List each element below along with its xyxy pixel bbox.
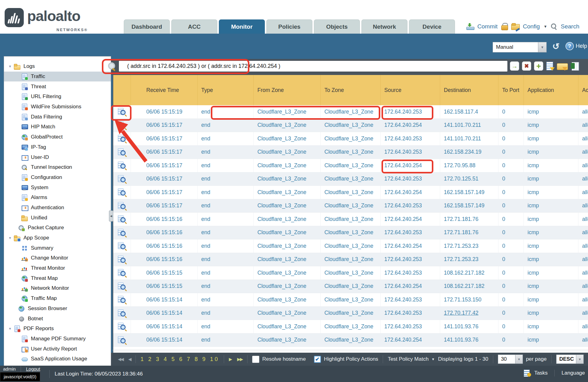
cell-destination[interactable]: 172.71.253.23 <box>440 253 498 266</box>
cell-source[interactable]: 172.64.240.253 <box>381 146 440 159</box>
cell-action[interactable]: allow <box>578 119 588 132</box>
cell-to-zone[interactable]: Cloudflare_L3_Zone <box>321 159 381 172</box>
log-detail-icon[interactable] <box>118 323 126 330</box>
language-button[interactable]: Language <box>561 370 585 376</box>
cell-receive-time[interactable]: 06/06 15:15:14 <box>131 320 198 333</box>
cell-action[interactable]: allow <box>578 159 588 172</box>
cell-to-zone[interactable]: Cloudflare_L3_Zone <box>321 213 381 226</box>
log-row[interactable]: 06/06 15:15:16endCloudflare_L3_ZoneCloud… <box>113 253 588 267</box>
sidebar-item-packet-capture[interactable]: Packet Capture <box>4 223 111 233</box>
add-filter-button[interactable]: + <box>534 61 543 71</box>
cell-application[interactable]: icmp <box>524 293 578 306</box>
sidebar-item-url-filtering[interactable]: URL Filtering <box>4 92 111 102</box>
log-row[interactable]: 06/06 15:15:17endCloudflare_L3_ZoneCloud… <box>113 199 588 213</box>
cell-application[interactable]: icmp <box>524 159 578 172</box>
cell-application[interactable]: icmp <box>524 213 578 226</box>
cell-to-zone[interactable]: Cloudflare_L3_Zone <box>321 132 381 145</box>
column-header-source[interactable]: Source <box>381 75 440 105</box>
cell-application[interactable]: icmp <box>524 307 578 320</box>
column-header-destination[interactable]: Destination <box>440 75 498 105</box>
cell-action[interactable]: allow <box>578 213 588 226</box>
column-header-to-port[interactable]: To Port <box>498 75 524 105</box>
cell-receive-time[interactable]: 06/06 15:15:17 <box>131 146 198 159</box>
cell-to-port[interactable]: 0 <box>498 320 524 333</box>
sidebar-item-summary[interactable]: Summary <box>4 243 111 253</box>
log-detail-icon[interactable] <box>118 229 126 236</box>
log-row[interactable]: 06/06 15:15:15endCloudflare_L3_ZoneCloud… <box>113 266 588 280</box>
log-detail-icon[interactable] <box>118 256 126 263</box>
logout-link[interactable]: Logout <box>26 366 40 372</box>
log-row[interactable]: 06/06 15:15:14endCloudflare_L3_ZoneCloud… <box>113 320 588 334</box>
cell-receive-time[interactable]: 06/06 15:15:17 <box>131 186 198 199</box>
sort-order-arrow-icon[interactable]: ▼ <box>576 355 584 364</box>
test-policy-match-button[interactable]: Test Policy Match ▼ <box>388 356 435 362</box>
cell-application[interactable]: icmp <box>524 334 578 347</box>
cell-action[interactable]: allow <box>578 320 588 333</box>
cell-destination[interactable]: 172.71.181.76 <box>440 213 498 226</box>
cell-from-zone[interactable]: Cloudflare_L3_Zone <box>254 253 321 266</box>
cell-destination[interactable]: 172.70.177.42 <box>440 307 498 320</box>
expander-icon[interactable]: ▼ <box>8 327 14 330</box>
cell-to-zone[interactable]: Cloudflare_L3_Zone <box>321 199 381 213</box>
log-detail-icon[interactable] <box>118 336 126 344</box>
cell-from-zone[interactable]: Cloudflare_L3_Zone <box>254 320 321 333</box>
cell-receive-time[interactable]: 06/06 15:15:16 <box>131 213 198 226</box>
per-page-arrow-icon[interactable]: ▼ <box>515 355 523 364</box>
cell-application[interactable]: icmp <box>524 186 578 199</box>
cell-source[interactable]: 172.64.240.254 <box>381 213 440 226</box>
cell-source[interactable]: 172.64.240.254 <box>381 119 440 132</box>
sidebar-item-authentication[interactable]: Authentication <box>4 203 111 213</box>
sidebar-item-threat-map[interactable]: Threat Map <box>4 273 111 283</box>
cell-to-port[interactable]: 0 <box>498 293 524 306</box>
log-detail-icon[interactable] <box>118 122 126 129</box>
log-detail-icon[interactable] <box>118 296 126 303</box>
expander-icon[interactable]: ▼ <box>8 236 14 240</box>
cell-application[interactable]: icmp <box>524 239 578 253</box>
cell-from-zone[interactable]: Cloudflare_L3_Zone <box>254 199 321 213</box>
log-detail-icon[interactable] <box>118 108 126 115</box>
log-row[interactable]: 06/06 15:15:16endCloudflare_L3_ZoneCloud… <box>113 226 588 240</box>
cell-to-port[interactable]: 0 <box>498 119 524 132</box>
expander-icon[interactable]: ▼ <box>8 64 14 68</box>
log-row[interactable]: 06/06 15:15:14endCloudflare_L3_ZoneCloud… <box>113 307 588 320</box>
cell-type[interactable]: end <box>198 105 254 118</box>
cell-destination[interactable]: 162.158.157.149 <box>440 186 498 199</box>
cell-type[interactable]: end <box>198 172 254 186</box>
first-page-icon[interactable]: ◀◀ <box>118 357 123 362</box>
sidebar-item-globalprotect[interactable]: GlobalProtect <box>4 132 111 142</box>
column-header-receive-time[interactable]: Receive Time <box>131 75 198 105</box>
cell-to-zone[interactable]: Cloudflare_L3_Zone <box>321 266 381 280</box>
sidebar-item-user-activity-report[interactable]: User Activity Report <box>4 344 111 354</box>
cell-destination[interactable]: 162.158.234.19 <box>440 146 498 159</box>
cell-receive-time[interactable]: 06/06 15:15:15 <box>131 266 198 280</box>
cell-application[interactable]: icmp <box>524 172 578 186</box>
cell-receive-time[interactable]: 06/06 15:15:16 <box>131 226 198 239</box>
cell-receive-time[interactable]: 06/06 15:15:14 <box>131 307 198 320</box>
log-row[interactable]: 06/06 15:15:14endCloudflare_L3_ZoneCloud… <box>113 334 588 347</box>
sidebar-item-network-monitor[interactable]: Network Monitor <box>4 283 111 293</box>
cell-to-port[interactable]: 0 <box>498 213 524 226</box>
log-row[interactable]: 06/06 15:15:16endCloudflare_L3_ZoneCloud… <box>113 239 588 253</box>
cell-action[interactable]: allow <box>578 293 588 306</box>
sidebar-item-pdf-reports[interactable]: ▼PDF Reports <box>4 324 111 334</box>
cell-type[interactable]: end <box>198 253 254 266</box>
cell-source[interactable]: 172.64.240.253 <box>381 132 440 145</box>
cell-type[interactable]: end <box>198 132 254 145</box>
cell-application[interactable]: icmp <box>524 253 578 266</box>
log-row[interactable]: 06/06 15:15:17endCloudflare_L3_ZoneCloud… <box>113 132 588 146</box>
cell-from-zone[interactable]: Cloudflare_L3_Zone <box>254 280 321 293</box>
per-page-select[interactable]: 30 ▼ <box>498 355 523 364</box>
cell-action[interactable]: allow <box>578 239 588 253</box>
collapse-sidebar-handle[interactable]: ◀ <box>109 210 113 222</box>
refresh-mode-select[interactable]: Manual ▼ <box>493 42 547 52</box>
cell-destination[interactable]: 172.70.125.51 <box>440 172 498 186</box>
lock-icon[interactable] <box>501 23 507 30</box>
cell-type[interactable]: end <box>198 307 254 320</box>
cell-action[interactable]: allow <box>578 105 588 118</box>
log-detail-icon[interactable] <box>118 283 126 290</box>
log-row[interactable]: 06/06 15:15:15endCloudflare_L3_ZoneCloud… <box>113 280 588 293</box>
cell-destination[interactable]: 141.101.93.76 <box>440 334 498 347</box>
cell-type[interactable]: end <box>198 159 254 172</box>
cell-receive-time[interactable]: 06/06 15:15:17 <box>131 199 198 213</box>
cell-destination[interactable]: 141.101.70.211 <box>440 132 498 145</box>
